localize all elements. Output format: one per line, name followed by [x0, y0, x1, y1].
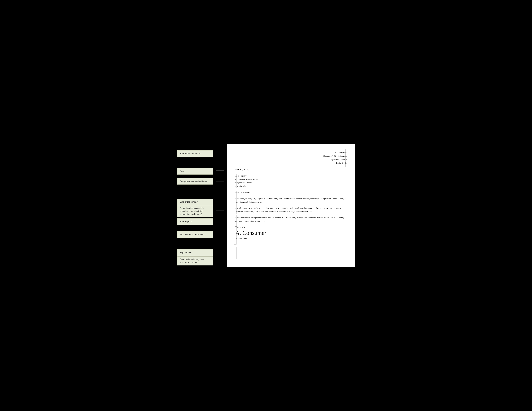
layout-container: Your name and address Date Company name … — [177, 144, 355, 267]
signature-bracket — [234, 247, 237, 259]
label-date: Date — [177, 168, 213, 175]
letter-date: May 10, 201X, — [235, 168, 347, 171]
company-name: A. Company — [235, 174, 347, 177]
letter-paper: A. Consumer Consumer's Street Address Ci… — [227, 144, 355, 267]
label-company-name-address: Company name and address — [177, 178, 213, 185]
return-name: A. Consumer — [235, 151, 347, 154]
company-postal: Postal Code — [235, 185, 347, 188]
label-as-much-detail: As much detail as possible(model or othe… — [177, 205, 213, 217]
return-street: Consumer's Street Address — [235, 154, 347, 158]
return-address: A. Consumer Consumer's Street Address Ci… — [235, 151, 347, 165]
company-address: A. Company Company's Street Address City… — [235, 174, 347, 188]
company-street: Company's Street Address — [235, 177, 347, 181]
label-sign-the-letter: Sign the letter — [177, 249, 213, 256]
page-wrapper: Your name and address Date Company name … — [177, 144, 355, 267]
return-address-bracket — [345, 149, 348, 167]
closing: Yours truly, — [235, 225, 347, 229]
para3-bracket — [234, 232, 237, 244]
label-your-request: Your request — [177, 218, 213, 225]
return-city: City/Town, Ontario — [235, 158, 347, 161]
connector-column — [216, 144, 227, 267]
label-send-the-letter: Send the letter by registeredmail, fax, … — [177, 256, 213, 265]
label-date-of-contract: Date of the contract — [177, 199, 213, 205]
paragraph-2: I hereby exercise my right to cancel the… — [235, 206, 347, 213]
label-your-name-address: Your name and address — [177, 150, 213, 157]
paragraph-3: I look forward to your prompt reply. You… — [235, 216, 347, 223]
left-panel: Your name and address Date Company name … — [177, 144, 216, 267]
para2-bracket — [234, 215, 237, 231]
para1-bracket — [234, 191, 237, 214]
paragraph-1: Last week, on May 5th, I signed a contra… — [235, 197, 347, 204]
label-provide-contact: Provide contact information — [177, 231, 213, 238]
signee: A. Consumer — [235, 237, 347, 240]
return-postal: Postal Code — [235, 161, 347, 165]
signature-script: A. Consumer — [235, 230, 347, 236]
company-city: City/Town, Ontario — [235, 181, 347, 185]
salutation: Dear Sir/Madam: — [235, 191, 347, 194]
company-address-bracket — [234, 174, 237, 188]
labels-container: Your name and address Date Company name … — [177, 144, 216, 267]
connector-svg — [216, 144, 227, 267]
